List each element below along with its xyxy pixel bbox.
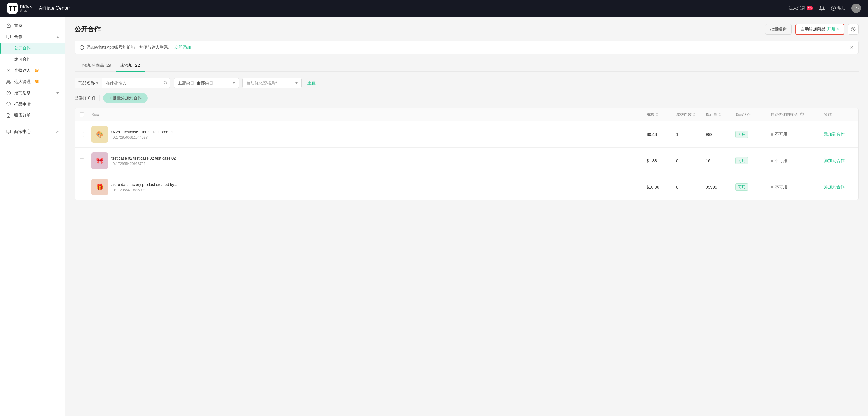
auto-opt-0: 不可用 xyxy=(771,132,824,137)
row-select-checkbox-0[interactable] xyxy=(80,132,84,137)
notice-link[interactable]: 立即添加 xyxy=(175,45,191,50)
page-help-button[interactable] xyxy=(848,24,859,35)
header: TT TikTok Shop Affiliate Center 达人消息 20 xyxy=(0,0,868,17)
stock-sort-icon: ▲▼ xyxy=(718,112,721,118)
page-header: 公开合作 批量编辑 自动添加商品 开启 > xyxy=(74,24,859,35)
tab-added-count: 29 xyxy=(106,63,111,68)
header-right: 达人消息 20 帮助 US xyxy=(789,4,861,13)
tabs: 已添加的商品 29 未添加 22 xyxy=(74,60,859,72)
selected-count: 已选择 0 件 xyxy=(74,95,96,101)
sidebar-item-public-coop[interactable]: 公开合作 xyxy=(0,42,65,54)
table-row: 🎨 0729—testcase—tang—test product ffffff… xyxy=(75,122,858,148)
stock-1: 16 xyxy=(706,158,735,163)
table-row: 🎁 astro data factory product created by.… xyxy=(75,174,858,200)
status-badge-1: 可用 xyxy=(735,157,748,164)
tiktok-logo: TT TikTok Shop xyxy=(7,3,32,13)
sidebar-label-targeted-coop: 定向合作 xyxy=(14,57,31,62)
header-title: Affiliate Center xyxy=(39,6,70,11)
product-name-filter-label[interactable]: 商品名称 xyxy=(75,78,102,88)
add-to-coop-button-1[interactable]: 添加到合作 xyxy=(824,158,845,163)
user-avatar[interactable]: US xyxy=(851,4,861,13)
sidebar-item-targeted-coop[interactable]: 定向合作 xyxy=(0,54,65,65)
new-badge-find-creator: 新! xyxy=(35,68,39,73)
product-name-filter: 商品名称 xyxy=(74,78,170,88)
external-link-icon: ↗ xyxy=(56,130,59,134)
product-id-1: ID:172955420953769... xyxy=(112,162,647,166)
sidebar-item-merchant[interactable]: 商家中心 ↗ xyxy=(0,126,65,137)
notice-content: 添加WhatsApp账号和邮箱，方便与达人联系。 立即添加 xyxy=(80,45,191,50)
auto-opt-help-icon[interactable] xyxy=(800,112,804,117)
sidebar-item-home[interactable]: 首页 xyxy=(0,20,65,31)
th-stock[interactable]: 库存量 ▲▼ xyxy=(706,112,735,118)
table-body: 🎨 0729—testcase—tang—test product ffffff… xyxy=(75,122,858,200)
category-filter-value: 全部类目 xyxy=(196,81,230,86)
sidebar-label-recruit: 招商活动 xyxy=(14,90,31,96)
product-info-1: test case 02 test case 02 test case 02 I… xyxy=(112,156,647,166)
th-price[interactable]: 价格 ▲▼ xyxy=(647,112,676,118)
svg-rect-4 xyxy=(6,35,10,38)
sidebar-item-find-creator[interactable]: 查找达人 新! xyxy=(0,65,65,76)
svg-line-21 xyxy=(166,83,167,84)
product-cell-1: 🎀 test case 02 test case 02 test case 02… xyxy=(91,153,647,169)
row-select-checkbox-2[interactable] xyxy=(80,185,84,189)
sidebar-label-order: 联盟订单 xyxy=(14,113,31,118)
auto-add-label: 自动添加商品 xyxy=(801,27,826,32)
row-select-checkbox-1[interactable] xyxy=(80,158,84,163)
page-actions: 批量编辑 自动添加商品 开启 > xyxy=(765,24,859,35)
search-icon[interactable] xyxy=(161,78,170,88)
price-sort-icon: ▲▼ xyxy=(655,112,658,118)
reset-button[interactable]: 重置 xyxy=(305,78,318,88)
sidebar-group-cooperation[interactable]: 合作 xyxy=(0,31,65,42)
bulk-add-button[interactable]: + 批量添加到合作 xyxy=(103,93,148,103)
add-to-coop-button-0[interactable]: 添加到合作 xyxy=(824,132,845,136)
help-button[interactable]: 帮助 xyxy=(831,6,845,11)
bulk-edit-button[interactable]: 批量编辑 xyxy=(765,24,792,35)
th-action: 操作 xyxy=(824,112,854,117)
product-cell-0: 🎨 0729—testcase—tang—test product ffffff… xyxy=(91,126,647,143)
notifications-button[interactable] xyxy=(819,5,825,11)
auto-add-button[interactable]: 自动添加商品 开启 > xyxy=(795,24,844,35)
tab-not-added-label: 未添加 xyxy=(120,63,133,68)
sidebar: 首页 合作 公开合作 定向合作 xyxy=(0,17,65,416)
main-content: 公开合作 批量编辑 自动添加商品 开启 > xyxy=(65,17,868,416)
auto-opt-placeholder: 自动优化资格条件 xyxy=(246,81,293,86)
th-status: 商品状态 xyxy=(735,112,771,117)
category-filter-label: 主营类目 xyxy=(178,81,194,86)
page-title: 公开合作 xyxy=(74,25,100,34)
action-2: 添加到合作 xyxy=(824,184,854,190)
product-cell-2: 🎁 astro data factory product created by.… xyxy=(91,179,647,195)
notice-close-button[interactable]: ✕ xyxy=(850,44,854,50)
tab-not-added-count: 22 xyxy=(135,63,140,68)
th-sales[interactable]: 成交件数 ▲▼ xyxy=(676,112,706,118)
sample-icon xyxy=(6,102,11,107)
product-image-0: 🎨 xyxy=(91,126,108,143)
tab-added[interactable]: 已添加的商品 29 xyxy=(74,60,116,72)
sidebar-item-order[interactable]: 联盟订单 xyxy=(0,110,65,121)
auto-opt-label-2: 不可用 xyxy=(775,184,787,190)
select-all-checkbox[interactable] xyxy=(80,112,84,117)
product-name-input[interactable] xyxy=(102,78,161,88)
messages-button[interactable]: 达人消息 20 xyxy=(789,6,813,11)
stock-0: 999 xyxy=(706,132,735,137)
auto-opt-chevron xyxy=(296,83,298,84)
filter-label-chevron xyxy=(96,83,98,84)
info-icon xyxy=(80,45,84,50)
table-row: 🎀 test case 02 test case 02 test case 02… xyxy=(75,148,858,174)
home-icon xyxy=(6,23,11,28)
tab-not-added[interactable]: 未添加 22 xyxy=(116,60,144,72)
product-info-0: 0729—testcase—tang—test product ffffffff… xyxy=(112,129,647,139)
add-to-coop-button-2[interactable]: 添加到合作 xyxy=(824,184,845,189)
sidebar-item-sample[interactable]: 样品申请 xyxy=(0,99,65,110)
order-icon xyxy=(6,113,11,118)
svg-point-8 xyxy=(7,80,8,82)
sidebar-item-creator-mgmt[interactable]: 达人管理 新! xyxy=(0,76,65,88)
question-icon xyxy=(851,27,856,32)
category-filter[interactable]: 主营类目 全部类目 xyxy=(174,78,239,88)
auto-opt-1: 不可用 xyxy=(771,158,824,163)
sidebar-item-recruit[interactable]: 招商活动 xyxy=(0,88,65,99)
sidebar-label-find-creator: 查找达人 xyxy=(14,68,31,73)
messages-badge: 20 xyxy=(807,6,813,10)
row-checkbox-2 xyxy=(80,185,91,189)
product-info-2: astro data factory product created by...… xyxy=(112,182,647,192)
auto-opt-filter[interactable]: 自动优化资格条件 xyxy=(242,78,302,88)
